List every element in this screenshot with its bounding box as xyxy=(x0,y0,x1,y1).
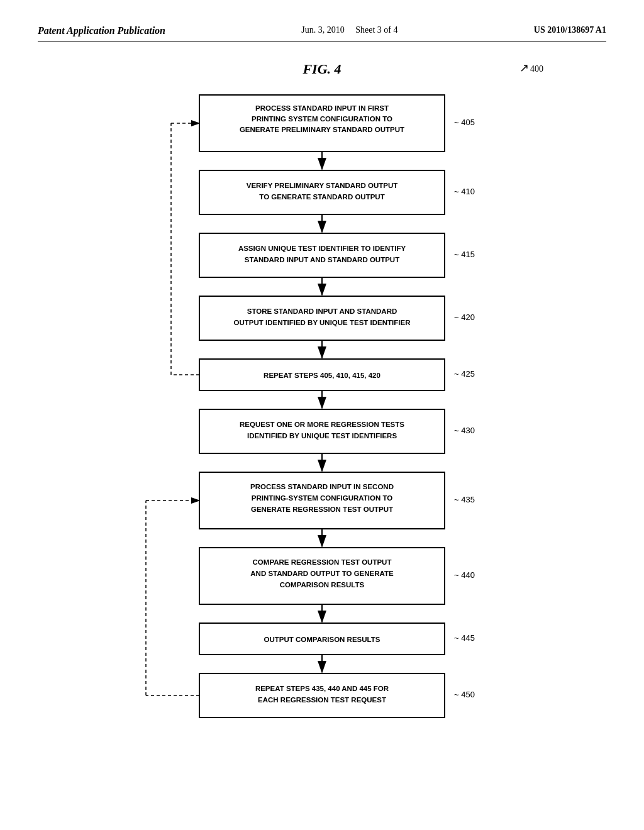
box-430 xyxy=(199,409,445,453)
publication-date-sheet: Jun. 3, 2010 Sheet 3 of 4 xyxy=(301,25,397,35)
figure-ref: ↗400 xyxy=(519,61,543,75)
svg-text:PRINTING-SYSTEM CONFIGURATION : PRINTING-SYSTEM CONFIGURATION TO xyxy=(252,494,393,502)
svg-text:REPEAT STEPS 435, 440 AND 445 : REPEAT STEPS 435, 440 AND 445 FOR xyxy=(255,685,389,692)
label-415: ~ 415 xyxy=(454,250,475,259)
flowchart: PROCESS STANDARD INPUT IN FIRST PRINTING… xyxy=(38,89,606,812)
figure-title: FIG. 4 xyxy=(303,61,341,77)
page: Patent Application Publication Jun. 3, 2… xyxy=(0,0,644,830)
svg-text:IDENTIFIED BY UNIQUE TEST IDEN: IDENTIFIED BY UNIQUE TEST IDENTIFIERS xyxy=(247,432,397,440)
svg-text:PRINTING SYSTEM CONFIGURATION : PRINTING SYSTEM CONFIGURATION TO xyxy=(252,115,392,123)
label-440: ~ 440 xyxy=(454,570,475,580)
svg-text:PROCESS STANDARD INPUT IN FIRS: PROCESS STANDARD INPUT IN FIRST xyxy=(255,104,389,112)
box-420 xyxy=(199,296,445,340)
label-450: ~ 450 xyxy=(454,690,475,699)
publication-label: Patent Application Publication xyxy=(38,25,165,36)
svg-text:EACH REGRESSION TEST REQUEST: EACH REGRESSION TEST REQUEST xyxy=(258,696,386,704)
sheet-info: Sheet 3 of 4 xyxy=(355,25,397,35)
svg-text:TO GENERATE STANDARD OUTPUT: TO GENERATE STANDARD OUTPUT xyxy=(259,193,384,201)
svg-text:REPEAT STEPS 405, 410, 415, 42: REPEAT STEPS 405, 410, 415, 420 xyxy=(264,372,380,379)
svg-text:STORE STANDARD INPUT AND STAND: STORE STANDARD INPUT AND STANDARD xyxy=(247,307,397,315)
label-435: ~ 435 xyxy=(454,495,475,504)
svg-text:ASSIGN UNIQUE TEST IDENTIFIER : ASSIGN UNIQUE TEST IDENTIFIER TO IDENTIF… xyxy=(238,245,406,252)
label-420: ~ 420 xyxy=(454,313,475,322)
svg-text:COMPARE REGRESSION TEST OUTPUT: COMPARE REGRESSION TEST OUTPUT xyxy=(253,558,392,566)
svg-text:OUTPUT IDENTIFIED BY UNIQUE TE: OUTPUT IDENTIFIED BY UNIQUE TEST IDENTIF… xyxy=(234,319,411,326)
label-405: ~ 405 xyxy=(454,118,475,127)
svg-text:COMPARISON RESULTS: COMPARISON RESULTS xyxy=(280,581,365,589)
box-410 xyxy=(199,170,445,214)
svg-text:AND STANDARD OUTPUT TO GENERAT: AND STANDARD OUTPUT TO GENERATE xyxy=(250,570,394,577)
patent-number: US 2010/138697 A1 xyxy=(534,25,606,35)
svg-text:VERIFY PRELIMINARY STANDARD OU: VERIFY PRELIMINARY STANDARD OUTPUT xyxy=(247,182,397,189)
svg-text:PROCESS STANDARD INPUT IN SECO: PROCESS STANDARD INPUT IN SECOND xyxy=(250,483,394,490)
page-header: Patent Application Publication Jun. 3, 2… xyxy=(38,25,606,42)
svg-text:GENERATE PRELIMINARY STANDARD : GENERATE PRELIMINARY STANDARD OUTPUT xyxy=(240,126,404,133)
label-445: ~ 445 xyxy=(454,633,475,643)
svg-text:OUTPUT COMPARISON RESULTS: OUTPUT COMPARISON RESULTS xyxy=(264,636,380,643)
flowchart-svg: PROCESS STANDARD INPUT IN FIRST PRINTING… xyxy=(102,89,542,812)
box-405 xyxy=(199,95,445,152)
box-415 xyxy=(199,233,445,277)
svg-text:REQUEST ONE OR MORE REGRESSION: REQUEST ONE OR MORE REGRESSION TESTS xyxy=(240,421,404,428)
svg-text:STANDARD INPUT AND STANDARD OU: STANDARD INPUT AND STANDARD OUTPUT xyxy=(245,256,399,263)
svg-text:GENERATE REGRESSION TEST OUTPU: GENERATE REGRESSION TEST OUTPUT xyxy=(251,506,393,513)
publication-date: Jun. 3, 2010 xyxy=(301,25,344,35)
box-450 xyxy=(199,673,445,717)
label-410: ~ 410 xyxy=(454,187,475,196)
label-430: ~ 430 xyxy=(454,426,475,435)
label-425: ~ 425 xyxy=(454,369,475,379)
